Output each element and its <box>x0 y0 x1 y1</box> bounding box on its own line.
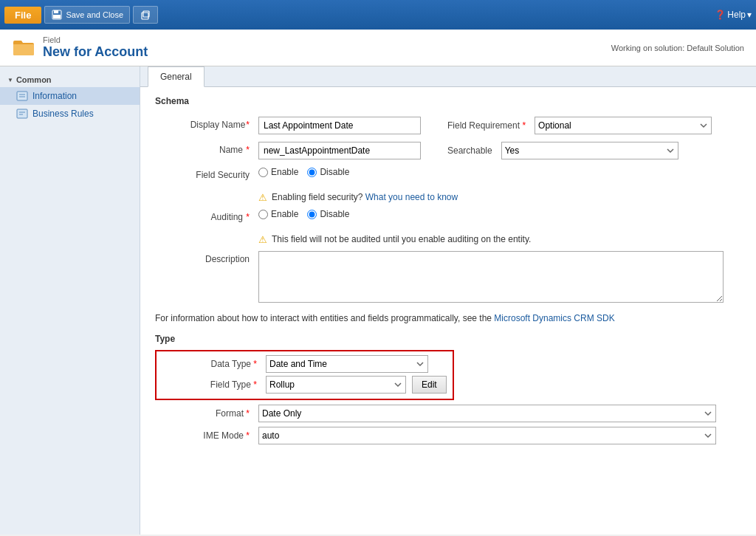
field-requirement-select[interactable]: Optional Business Recommended Business R… <box>535 117 712 134</box>
ime-mode-select[interactable]: auto active inactive disabled <box>258 427 716 444</box>
sidebar-section-header: ▼ Common <box>0 72 140 87</box>
display-name-label: Display Name* <box>155 117 258 130</box>
sidebar: ▼ Common Information Business Rules <box>0 66 140 535</box>
sdk-link[interactable]: Microsoft Dynamics CRM SDK <box>494 313 614 323</box>
help-icon: ❓ <box>715 10 726 20</box>
page-header-title-group: Field New for Account <box>43 35 148 60</box>
format-label: Format * <box>155 408 258 419</box>
information-icon <box>16 90 28 102</box>
field-security-disable-label[interactable]: Disable <box>307 167 349 177</box>
description-row: Description <box>155 251 741 303</box>
auditing-warning-text: This field will not be audited until you… <box>272 234 531 244</box>
page-subtitle: Field <box>43 35 148 44</box>
display-name-input[interactable] <box>258 117 421 134</box>
ime-mode-control: auto active inactive disabled <box>258 427 716 444</box>
field-type-row: Field Type * Simple Calculated Rollup Ed… <box>162 375 447 394</box>
name-control-group: Searchable Yes No <box>258 142 741 159</box>
sidebar-section-label: Common <box>16 75 52 84</box>
display-name-row: Display Name* Field Requirement * Option… <box>155 117 741 136</box>
format-row: Format * Date Only Date and Time <box>155 405 741 422</box>
auditing-enable-radio[interactable] <box>258 210 268 219</box>
warning-icon: ⚠ <box>258 192 267 203</box>
description-textarea[interactable] <box>258 251 724 303</box>
main-layout: ▼ Common Information Business Rules Gene… <box>0 66 756 535</box>
working-on-text: Working on solution: Default Solution <box>611 44 744 52</box>
type-bordered-section: Data Type * Date and Time Single Line of… <box>155 350 741 400</box>
sdk-row: For information about how to interact wi… <box>155 309 741 331</box>
auditing-enable-label[interactable]: Enable <box>258 209 298 219</box>
auditing-row: Auditing * Enable Disable <box>155 209 741 228</box>
field-type-control: Simple Calculated Rollup Edit <box>266 376 447 394</box>
field-security-control-group: Enable Disable <box>258 167 741 177</box>
field-security-enable-radio[interactable] <box>258 168 268 177</box>
copy-icon <box>140 9 151 21</box>
folder-icon <box>12 36 35 60</box>
auditing-radio-group: Enable Disable <box>258 209 349 219</box>
content-area: General Schema Display Name* Field Requi… <box>140 66 756 535</box>
sidebar-item-business-rules[interactable]: Business Rules <box>0 105 140 123</box>
auditing-disable-radio[interactable] <box>307 210 317 219</box>
searchable-select[interactable]: Yes No <box>501 142 678 159</box>
auditing-label: Auditing * <box>155 209 258 222</box>
format-control: Date Only Date and Time <box>258 405 716 422</box>
auditing-disable-label[interactable]: Disable <box>307 209 349 219</box>
help-arrow: ▾ <box>747 10 752 20</box>
business-rules-label: Business Rules <box>32 109 94 119</box>
save-icon <box>51 9 63 21</box>
type-section: Type Data Type * Date and Time <box>155 334 741 444</box>
page-header: Field New for Account Working on solutio… <box>0 30 756 66</box>
red-border-box: Data Type * Date and Time Single Line of… <box>155 350 454 400</box>
field-requirement-label: Field Requirement * <box>447 120 526 131</box>
page-header-left: Field New for Account <box>12 35 148 60</box>
save-button[interactable]: Save and Close <box>44 6 130 24</box>
data-type-label: Data Type * <box>162 359 266 369</box>
name-input[interactable] <box>258 142 421 159</box>
page-title: New for Account <box>43 44 148 60</box>
display-name-control-group: Field Requirement * Optional Business Re… <box>258 117 741 134</box>
save-label: Save and Close <box>66 10 123 19</box>
field-type-select[interactable]: Simple Calculated Rollup <box>266 376 406 394</box>
field-security-radio-group: Enable Disable <box>258 167 349 177</box>
data-type-control: Date and Time Single Line of Text Whole … <box>266 355 428 373</box>
ime-mode-row: IME Mode * auto active inactive disabled <box>155 427 741 444</box>
svg-rect-1 <box>54 10 58 13</box>
business-rules-icon <box>16 108 28 120</box>
searchable-label: Searchable <box>447 145 492 156</box>
help-label: Help <box>727 10 746 20</box>
field-security-disable-radio[interactable] <box>307 168 317 177</box>
name-label: Name * <box>155 142 258 155</box>
help-button[interactable]: ❓ Help ▾ <box>715 10 752 20</box>
edit-button[interactable]: Edit <box>412 376 447 394</box>
svg-rect-8 <box>17 109 27 118</box>
copy-button[interactable] <box>133 6 158 24</box>
tab-general[interactable]: General <box>148 66 205 87</box>
description-control-group <box>258 251 741 303</box>
auditing-warning-row: ⚠ This field will not be audited until y… <box>155 234 741 245</box>
field-security-row: Field Security Enable Disable <box>155 167 741 186</box>
auditing-warning-icon: ⚠ <box>258 234 267 245</box>
data-type-select[interactable]: Date and Time Single Line of Text Whole … <box>266 355 428 373</box>
data-type-row: Data Type * Date and Time Single Line of… <box>162 354 447 374</box>
schema-header: Schema <box>155 96 741 109</box>
field-security-link[interactable]: What you need to know <box>365 192 458 202</box>
ime-mode-label: IME Mode * <box>155 430 258 441</box>
sidebar-item-information[interactable]: Information <box>0 87 140 105</box>
file-button[interactable]: File <box>4 7 41 24</box>
format-select[interactable]: Date Only Date and Time <box>258 405 716 422</box>
information-label: Information <box>32 91 77 101</box>
svg-rect-2 <box>53 15 61 18</box>
name-row: Name * Searchable Yes No <box>155 142 741 161</box>
type-section-header: Type <box>155 334 741 344</box>
description-label: Description <box>155 251 258 264</box>
field-security-label: Field Security <box>155 167 258 180</box>
form-content: Schema Display Name* Field Requirement *… <box>140 87 756 458</box>
triangle-icon: ▼ <box>7 77 13 83</box>
tab-bar: General <box>140 66 756 87</box>
toolbar: File Save and Close ❓ Help ▾ <box>0 0 756 30</box>
svg-rect-3 <box>142 13 148 19</box>
field-security-warning-row: ⚠ Enabling field security? What you need… <box>155 192 741 203</box>
auditing-control-group: Enable Disable <box>258 209 741 219</box>
field-security-warning-text: Enabling field security? What you need t… <box>272 192 458 202</box>
field-type-label: Field Type * <box>162 379 266 390</box>
field-security-enable-label[interactable]: Enable <box>258 167 298 177</box>
